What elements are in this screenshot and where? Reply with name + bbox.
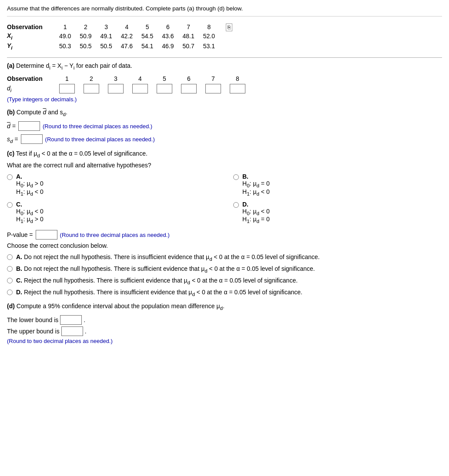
obs-col-3: 3: [96, 23, 117, 31]
hyp-radio-a[interactable]: [7, 174, 13, 180]
part-c-section: (c) Test if μd < 0 at the α = 0.05 level…: [7, 150, 442, 296]
concl-radio-c[interactable]: [7, 278, 13, 283]
hypothesis-options: A. H0: μd > 0 H1: μd < 0 B. H0: μd = 0 H…: [7, 173, 442, 224]
obs2-col-4: 4: [128, 74, 152, 83]
yi-val-7: 50.7: [178, 41, 199, 51]
part-a-section: (a) Determine di = Xi − Yi for each pair…: [7, 62, 442, 103]
di-input-4[interactable]: [128, 83, 152, 94]
obs2-col-2: 2: [79, 74, 104, 83]
yi-val-2: 50.5: [75, 41, 96, 51]
copy-icon[interactable]: ⎘: [226, 23, 232, 31]
di-input-6[interactable]: [177, 83, 201, 94]
obs-header: Observation: [7, 23, 55, 31]
concl-c-text: C. Reject the null hypothesis. There is …: [16, 277, 298, 285]
di-input-1[interactable]: [55, 83, 79, 94]
xi-val-4: 42.2: [117, 31, 137, 41]
part-d-label: (d): [7, 303, 15, 310]
part-a-label: (a): [7, 62, 14, 69]
yi-val-3: 50.5: [96, 41, 117, 51]
hyp-c-label: C.: [16, 201, 44, 208]
di-input-7[interactable]: [201, 83, 225, 94]
hyp-option-a: A. H0: μd > 0 H1: μd < 0: [7, 173, 216, 196]
hyp-d-h1: H1: μd = 0: [242, 216, 270, 224]
di-input-5[interactable]: [152, 83, 177, 94]
xi-val-1: 49.0: [55, 31, 75, 41]
upper-bound-label: The upper bound is: [7, 328, 60, 335]
dbar-input[interactable]: [18, 121, 40, 131]
hyp-a-h0: H0: μd > 0: [16, 180, 44, 188]
sd-input[interactable]: [21, 134, 43, 144]
xi-val-5: 54.5: [137, 31, 157, 41]
obs2-col-8: 8: [225, 74, 250, 83]
xi-val-6: 43.6: [157, 31, 178, 41]
hyp-c-h0: H0: μd < 0: [16, 208, 44, 216]
hyp-d-h0: H0: μd < 0: [242, 208, 270, 216]
sd-hint: (Round to three decimal places as needed…: [45, 136, 155, 143]
obs2-col-3: 3: [104, 74, 128, 83]
yi-val-5: 54.1: [137, 41, 157, 51]
xi-val-7: 48.1: [178, 31, 199, 41]
sd-label: sd =: [7, 136, 18, 144]
di-input-2[interactable]: [79, 83, 104, 94]
yi-val-6: 46.9: [157, 41, 178, 51]
concl-b-text: B. Do not reject the null hypothesis. Th…: [16, 265, 315, 273]
xi-val-2: 50.9: [75, 31, 96, 41]
xi-val-8: 52.0: [199, 31, 219, 41]
part-d-hint: (Round to two decimal places as needed.): [7, 338, 442, 344]
hyp-question: What are the correct null and alternativ…: [7, 162, 442, 169]
obs-col-7: 7: [178, 23, 199, 31]
pvalue-input[interactable]: [36, 230, 57, 240]
dbar-row: d = (Round to three decimal places as ne…: [7, 121, 442, 131]
hyp-d-label: D.: [242, 201, 270, 208]
concl-radio-b[interactable]: [7, 266, 13, 272]
lower-bound-label: The lower bound is: [7, 316, 58, 323]
part-b-text: Compute d and sd.: [17, 109, 67, 116]
hyp-option-d: D. H0: μd < 0 H1: μd = 0: [233, 201, 442, 224]
intro-text: Assume that the differences are normally…: [7, 5, 442, 17]
part-b-label: (b): [7, 109, 15, 116]
hyp-radio-b[interactable]: [233, 174, 239, 180]
table1-section: Observation 1 2 3 4 5 6 7 8 ⎘ Xi 49.0 50…: [7, 23, 442, 51]
di-input-8[interactable]: [225, 83, 250, 94]
sd-row: sd = (Round to three decimal places as n…: [7, 134, 442, 144]
lower-bound-row: The lower bound is .: [7, 315, 442, 325]
part-c-label: (c): [7, 150, 14, 157]
pvalue-row: P-value = (Round to three decimal places…: [7, 230, 442, 240]
concl-radio-d[interactable]: [7, 290, 13, 295]
obs2-col-7: 7: [201, 74, 225, 83]
lower-bound-period: .: [84, 316, 85, 323]
concl-a-text: A. Do not reject the null hypothesis. Th…: [16, 253, 320, 262]
concl-option-a: A. Do not reject the null hypothesis. Th…: [7, 253, 442, 262]
concl-option-b: B. Do not reject the null hypothesis. Th…: [7, 265, 442, 273]
dbar-hint: (Round to three decimal places as needed…: [43, 123, 152, 130]
obs-col-8: 8: [199, 23, 219, 31]
xi-val-3: 49.1: [96, 31, 117, 41]
part-b-section: (b) Compute d and sd. d = (Round to thre…: [7, 109, 442, 144]
hyp-b-label: B.: [242, 173, 270, 180]
yi-val-1: 50.3: [55, 41, 75, 51]
lower-bound-input[interactable]: [60, 315, 82, 325]
obs-col-5: 5: [137, 23, 157, 31]
di-input-3[interactable]: [104, 83, 128, 94]
observation-table1: Observation 1 2 3 4 5 6 7 8 ⎘ Xi 49.0 50…: [7, 23, 238, 51]
hyp-radio-c[interactable]: [7, 202, 13, 208]
observation-table2: Observation 1 2 3 4 5 6 7 8 di: [7, 74, 250, 94]
yi-val-8: 53.1: [199, 41, 219, 51]
hyp-radio-d[interactable]: [233, 202, 239, 208]
hyp-c-h1: H1: μd > 0: [16, 216, 44, 224]
obs2-col-1: 1: [55, 74, 79, 83]
obs-col-1: 1: [55, 23, 75, 31]
hyp-option-b: B. H0: μd = 0 H1: μd < 0: [233, 173, 442, 196]
concl-radio-a[interactable]: [7, 254, 13, 260]
part-d-section: (d) Compute a 95% confidence interval ab…: [7, 303, 442, 344]
obs-col-2: 2: [75, 23, 96, 31]
pvalue-label: P-value =: [7, 231, 33, 238]
di-row-label: di: [7, 83, 55, 94]
hyp-a-label: A.: [16, 173, 44, 180]
pvalue-hint: (Round to three decimal places as needed…: [60, 232, 170, 238]
concl-label: Choose the correct conclusion below.: [7, 242, 442, 249]
obs2-col-6: 6: [177, 74, 201, 83]
upper-bound-period: .: [85, 328, 87, 335]
upper-bound-input[interactable]: [61, 326, 83, 336]
hyp-a-h1: H1: μd < 0: [16, 188, 44, 196]
